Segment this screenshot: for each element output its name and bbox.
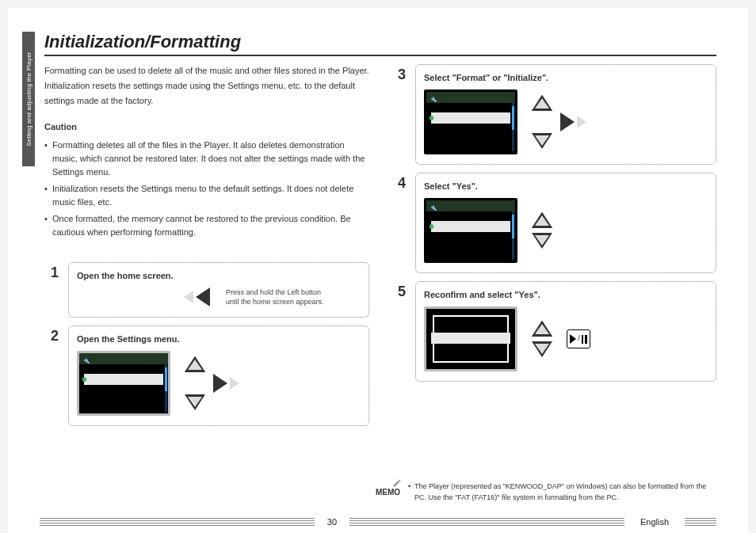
pencil-icon [392, 478, 402, 488]
down-arrow-icon [532, 233, 552, 249]
footer-rule [40, 518, 315, 526]
step-body: Select "Format" or "Initialize". [415, 64, 716, 165]
up-arrow-icon [532, 212, 552, 228]
device-screen [424, 89, 517, 154]
step-number: 4 [391, 173, 406, 273]
page-title: Initialization/Formatting [44, 32, 716, 56]
step-body: Select "Yes". [415, 173, 716, 273]
footer-rule [349, 518, 624, 526]
step-body: Reconfirm and select "Yes". [415, 281, 716, 382]
device-screen [424, 306, 517, 371]
wrench-icon [430, 93, 437, 101]
step-number: 1 [44, 262, 59, 318]
nav-buttons [185, 356, 227, 410]
memo-label-text: MEMO [376, 488, 400, 497]
memo-item: The Player (represented as "KENWOOD_DAP"… [408, 482, 716, 503]
right-arrow-icon [560, 112, 575, 131]
down-arrow-icon [532, 341, 552, 357]
step-5: 5 Reconfirm and select "Yes". [391, 281, 716, 382]
caution-list: Formatting deletes all of the files in t… [44, 139, 369, 239]
intro-line: Formatting can be used to delete all of … [44, 64, 369, 78]
two-column-layout: Formatting can be used to delete all of … [44, 64, 716, 426]
nav-buttons [532, 212, 552, 249]
language-label: English [632, 517, 677, 527]
step-body: Open the home screen. Press and hold the… [68, 262, 369, 318]
wrench-icon [430, 202, 437, 210]
memo-block: MEMO The Player (represented as "KENWOOD… [376, 482, 716, 503]
step-body: Open the Settings menu. [68, 326, 369, 426]
intro-line: settings made at the factory. [44, 94, 369, 108]
memo-text: The Player (represented as "KENWOOD_DAP"… [408, 482, 716, 503]
manual-page: Setting and adjusting the Player Initial… [8, 8, 748, 533]
step-hint: Press and hold the Left button until the… [226, 287, 324, 307]
caution-heading: Caution [44, 120, 369, 134]
nav-buttons [532, 321, 552, 357]
left-arrow-icon [196, 287, 210, 306]
intro-line: Initialization resets the settings made … [44, 79, 369, 93]
nav-buttons [532, 95, 575, 149]
step-title: Open the home screen. [77, 269, 361, 283]
step-number: 5 [391, 281, 406, 382]
intro-text: Formatting can be used to delete all of … [44, 64, 369, 108]
section-tab-label: Setting and adjusting the Player [25, 51, 32, 146]
wrench-icon [82, 355, 90, 363]
caution-item: Once formatted, the memory cannot be res… [44, 212, 369, 239]
step-title: Reconfirm and select "Yes". [424, 288, 708, 302]
caution-item: Formatting deletes all of the files in t… [44, 139, 369, 179]
page-footer: 30 English [40, 517, 716, 527]
step-1: 1 Open the home screen. Press and hold t… [44, 262, 369, 318]
down-arrow-icon [185, 394, 205, 410]
up-arrow-icon [532, 321, 552, 337]
hint-line: Press and hold the Left button [226, 287, 324, 298]
step-number: 3 [391, 64, 406, 165]
left-column: Formatting can be used to delete all of … [44, 64, 369, 426]
hint-line: until the home screen appears. [226, 297, 324, 307]
step-number: 2 [44, 326, 59, 426]
right-arrow-icon [213, 374, 227, 393]
page-content: Initialization/Formatting Formatting can… [44, 32, 716, 426]
right-column: 3 Select "Format" or "Initialize". [391, 64, 716, 426]
page-number: 30 [323, 517, 342, 527]
section-tab: Setting and adjusting the Player [22, 32, 35, 166]
down-arrow-icon [532, 133, 552, 149]
play-pause-button-icon: / [567, 329, 590, 348]
up-arrow-icon [532, 95, 552, 111]
step-title: Select "Yes". [424, 180, 708, 193]
up-arrow-icon [185, 356, 205, 372]
step-3: 3 Select "Format" or "Initialize". [391, 64, 716, 165]
step-4: 4 Select "Yes". [391, 173, 716, 273]
footer-rule [685, 518, 716, 526]
step-title: Select "Format" or "Initialize". [424, 71, 708, 85]
step-2: 2 Open the Settings menu. [44, 326, 369, 426]
memo-label: MEMO [376, 482, 400, 497]
step-title: Open the Settings menu. [77, 333, 361, 346]
device-screen [77, 351, 170, 416]
device-screen [424, 198, 517, 263]
caution-item: Initialization resets the Settings menu … [44, 182, 369, 209]
